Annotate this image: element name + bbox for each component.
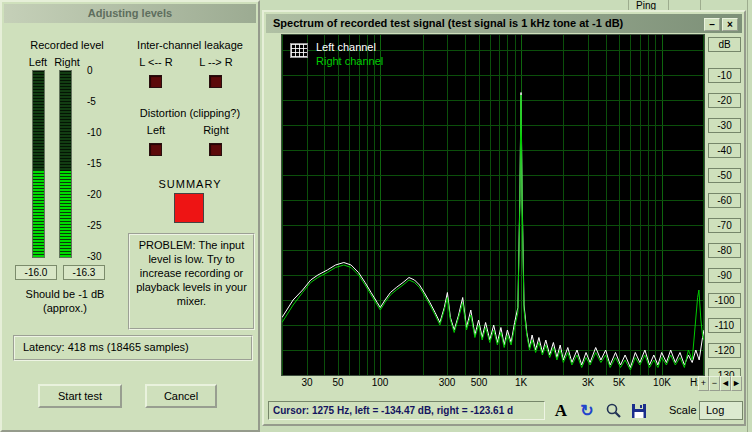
minimize-button[interactable]: – [704, 18, 720, 31]
y-tick-label: -90 [708, 268, 741, 283]
vu-meter-left-level [33, 170, 44, 257]
should-be-approx-label: (approx.) [6, 302, 124, 314]
vu-meter-right [59, 70, 72, 258]
y-tick-label: -70 [708, 218, 741, 233]
bg-table-line [747, 0, 748, 432]
leakage-title: Inter-channel leakage [122, 39, 258, 51]
y-tick-label: -10 [708, 68, 741, 83]
problem-message-box: PROBLEM: The input level is low. Try to … [128, 233, 255, 330]
y-tick-label: -60 [708, 193, 741, 208]
scale-label: Scale [669, 404, 697, 416]
y-tick-label: -120 [708, 343, 741, 358]
y-axis-unit: dB [708, 37, 741, 52]
leakage-lr-label: L <-- R [128, 56, 184, 68]
y-axis: dB-10-20-30-40-50-60-70-80-90-100-110-12… [708, 35, 742, 385]
leakage-lr-indicator [149, 75, 162, 88]
distortion-right-indicator [209, 143, 222, 156]
scale-tick: -25 [87, 220, 113, 231]
pan-left-button[interactable]: ◄ [720, 376, 731, 391]
spectrum-grid-icon[interactable] [290, 43, 308, 58]
y-tick-label: -30 [708, 118, 741, 133]
scale-tick: -5 [87, 96, 113, 107]
magnifier-icon [605, 402, 622, 419]
y-tick-label: -80 [708, 243, 741, 258]
zoom-out-button[interactable]: − [709, 376, 720, 391]
latency-box: Latency: 418 ms (18465 samples) [13, 335, 253, 361]
distortion-left-indicator [149, 143, 162, 156]
x-tick-label: 1K [515, 377, 527, 388]
x-tick-label: 10K [653, 377, 671, 388]
x-tick-label: 100 [372, 377, 389, 388]
spectrum-window: Spectrum of recorded test signal (test s… [262, 10, 746, 426]
letter-a-icon: A [555, 401, 567, 421]
start-test-button[interactable]: Start test [38, 384, 122, 408]
floppy-disk-icon [631, 403, 647, 419]
x-axis: 30501003005001K3K5K10KHz [282, 377, 704, 391]
zoom-in-button[interactable]: + [698, 376, 709, 391]
summary-label: SUMMARY [122, 178, 258, 190]
magnify-button[interactable] [601, 399, 625, 422]
should-be-label: Should be -1 dB [6, 288, 124, 300]
legend-right-channel: Right channel [316, 55, 383, 67]
bg-table-line [700, 0, 701, 10]
scale-tick: 0 [87, 65, 113, 76]
right-level-value: -16.3 [63, 265, 105, 280]
y-tick-label: -50 [708, 168, 741, 183]
zoom-toolbar: + − ◄ ► [698, 376, 742, 391]
spectrum-plot-svg [282, 35, 704, 375]
dialog-title: Adjusting levels [88, 7, 172, 19]
x-tick-label: 30 [301, 377, 312, 388]
screen: Ping Adjusting levels Recorded level Lef… [0, 0, 752, 432]
latency-text: Latency: 418 ms (18465 samples) [23, 341, 189, 353]
leakage-rl-indicator [209, 75, 222, 88]
summary-status-indicator [174, 193, 204, 223]
recorded-level-label: Recorded level [14, 39, 120, 51]
distortion-left-label: Left [128, 124, 184, 136]
y-tick-label: -40 [708, 143, 741, 158]
x-tick-label: 300 [439, 377, 456, 388]
refresh-button[interactable]: ↻ [575, 399, 599, 422]
x-tick-label: 3K [582, 377, 594, 388]
distortion-right-label: Right [188, 124, 244, 136]
bg-table-line [628, 0, 629, 10]
vu-meter-right-level [60, 171, 71, 257]
x-tick-label: 50 [332, 377, 343, 388]
close-button[interactable]: × [722, 18, 738, 31]
refresh-icon: ↻ [580, 401, 593, 420]
distortion-title: Distortion (clipping?) [122, 107, 258, 119]
x-tick-label: 5K [613, 377, 625, 388]
adjusting-levels-dialog: Adjusting levels Recorded level Left Rig… [0, 0, 260, 432]
cursor-readout: Cursor: 1275 Hz, left = -134.47 dB, righ… [268, 401, 545, 420]
status-bar: Cursor: 1275 Hz, left = -134.47 dB, righ… [267, 398, 741, 423]
auto-scale-button[interactable]: A [549, 399, 573, 422]
left-level-value: -16.0 [15, 265, 57, 280]
scale-tick: -10 [87, 127, 113, 138]
save-button[interactable] [627, 399, 651, 422]
dialog-titlebar[interactable]: Adjusting levels [4, 4, 256, 23]
pan-right-button[interactable]: ► [731, 376, 742, 391]
spectrum-titlebar[interactable]: Spectrum of recorded test signal (test s… [266, 14, 742, 33]
legend-left-channel: Left channel [316, 41, 376, 53]
problem-text: PROBLEM: The input level is low. Try to … [136, 239, 247, 307]
spectrum-plot-area[interactable]: Left channel Right channel [281, 34, 705, 376]
y-tick-label: -20 [708, 93, 741, 108]
scale-tick: -30 [87, 251, 113, 262]
meter-right-label: Right [48, 56, 86, 68]
scale-tick: -20 [87, 189, 113, 200]
vu-meter-left [32, 70, 45, 258]
y-tick-label: -110 [708, 318, 741, 333]
leakage-rl-label: L --> R [188, 56, 244, 68]
scale-tick: -15 [87, 158, 113, 169]
x-tick-label: 500 [471, 377, 488, 388]
scale-mode-select[interactable]: Log [699, 401, 743, 420]
bg-table-line [668, 0, 669, 10]
meter-scale: 0 -5 -10 -15 -20 -25 -30 [87, 65, 113, 262]
y-tick-label: -100 [708, 293, 741, 308]
cancel-button[interactable]: Cancel [145, 384, 217, 408]
spectrum-title: Spectrum of recorded test signal (test s… [273, 17, 623, 29]
